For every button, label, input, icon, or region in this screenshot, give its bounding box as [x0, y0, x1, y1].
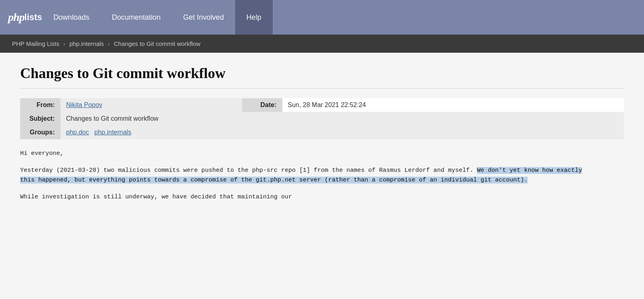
- email-header-table: From: Nikita Popov Date: Sun, 28 Mar 202…: [20, 98, 624, 139]
- breadcrumb: PHP Mailing Lists › php.internals › Chan…: [0, 35, 644, 53]
- group-php-internals[interactable]: php.internals: [94, 129, 131, 136]
- breadcrumb-php-internals[interactable]: php.internals: [69, 40, 104, 47]
- main-content: Changes to Git commit workflow From: Nik…: [0, 53, 644, 299]
- from-link[interactable]: Nikita Popov: [66, 101, 102, 108]
- breadcrumb-separator-2: ›: [108, 41, 110, 47]
- nav-documentation[interactable]: Documentation: [101, 0, 172, 35]
- logo-php: php: [8, 11, 25, 24]
- nav-help[interactable]: Help: [235, 0, 273, 35]
- email-body-paragraph2: Yesterday (2021-03-28) two malicious com…: [20, 166, 584, 185]
- email-body: Hi everyone, Yesterday (2021-03-28) two …: [20, 149, 584, 202]
- group-php-doc[interactable]: php.doc: [66, 129, 89, 136]
- from-value: Nikita Popov: [60, 98, 242, 112]
- subject-value: Changes to Git commit workflow: [60, 112, 624, 126]
- date-value: Sun, 28 Mar 2021 22:52:24: [282, 98, 624, 112]
- nav-get-involved[interactable]: Get Involved: [172, 0, 235, 35]
- logo[interactable]: php lists: [8, 11, 42, 24]
- nav-downloads[interactable]: Downloads: [42, 0, 101, 35]
- from-label: From:: [20, 98, 60, 112]
- email-header-from-row: From: Nikita Popov Date: Sun, 28 Mar 202…: [20, 98, 624, 112]
- groups-values: php.doc php.internals: [60, 126, 624, 139]
- email-body-greeting: Hi everyone,: [20, 149, 584, 159]
- breadcrumb-mailing-lists[interactable]: PHP Mailing Lists: [12, 40, 59, 47]
- email-header-groups-row: Groups: php.doc php.internals: [20, 126, 624, 139]
- groups-label: Groups:: [20, 126, 60, 139]
- logo-lists: lists: [25, 12, 42, 23]
- breadcrumb-separator-1: ›: [63, 41, 65, 47]
- title-divider: [20, 88, 624, 89]
- email-header-subject-row: Subject: Changes to Git commit workflow: [20, 112, 624, 126]
- breadcrumb-current: Changes to Git commit workflow: [114, 40, 201, 47]
- subject-label: Subject:: [20, 112, 60, 126]
- top-navigation: php lists Downloads Documentation Get In…: [0, 0, 644, 35]
- email-body-paragraph2-pre: Yesterday (2021-03-28) two malicious com…: [20, 167, 477, 174]
- page-title: Changes to Git commit workflow: [20, 65, 624, 82]
- date-label: Date:: [242, 98, 282, 112]
- nav-links: Downloads Documentation Get Involved Hel…: [42, 0, 636, 35]
- email-body-paragraph3: While investigation is still underway, w…: [20, 192, 584, 202]
